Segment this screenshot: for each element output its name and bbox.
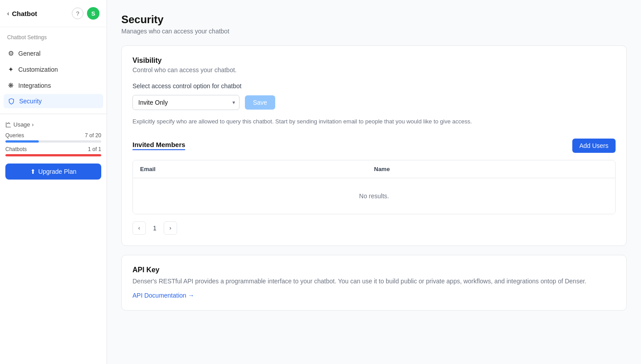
api-key-card: API Key Denser's RESTful API provides a …	[121, 255, 627, 311]
shield-icon	[8, 98, 15, 105]
page-title: Security	[121, 13, 627, 26]
members-table: Email Name No results.	[132, 160, 616, 214]
sidebar-item-general[interactable]: ⚙ General	[4, 46, 103, 61]
sidebar: ‹ Chatbot ? S Chatbot Settings ⚙ General…	[0, 0, 107, 364]
table-header-email: Email	[140, 166, 374, 172]
back-icon: ‹	[7, 10, 9, 17]
sidebar-item-label: Security	[19, 98, 42, 105]
customization-icon: ✦	[8, 65, 14, 74]
queries-bar-fill	[5, 140, 39, 143]
access-control-row: Invite Only Public Private ▾ Save	[132, 95, 616, 110]
table-header-name: Name	[374, 166, 608, 172]
chatbots-label: Chatbots	[5, 146, 27, 152]
upgrade-icon: ⬆	[30, 168, 36, 175]
sidebar-item-label: General	[18, 50, 41, 57]
chatbots-bar-fill	[5, 154, 101, 156]
sidebar-header-icons: ? S	[72, 7, 99, 20]
sidebar-nav: ⚙ General ✦ Customization ❋ Integrations…	[0, 44, 107, 110]
avatar[interactable]: S	[87, 7, 99, 20]
pagination: ‹ 1 ›	[132, 221, 616, 235]
help-button[interactable]: ?	[72, 8, 83, 19]
sidebar-title: Chatbot	[12, 10, 37, 17]
upgrade-section: ⬆ Upgrade Plan	[0, 164, 107, 187]
invited-members-header: Invited Members Add Users	[132, 139, 616, 153]
chatbots-usage-row: Chatbots 1 of 1	[5, 146, 101, 156]
queries-label: Queries	[5, 132, 24, 139]
sidebar-divider	[0, 114, 107, 114]
page-subtitle: Manages who can access your chatbot	[121, 28, 627, 35]
add-users-button[interactable]: Add Users	[572, 139, 616, 153]
gear-icon: ⚙	[8, 49, 14, 57]
usage-section: Usage › Queries 7 of 20 Chatbots 1 of 1	[0, 118, 107, 164]
visibility-card: Visibility Control who can access your c…	[121, 45, 627, 246]
visibility-title: Visibility	[132, 57, 616, 65]
api-doc-link[interactable]: API Documentation →	[132, 292, 194, 299]
sidebar-item-label: Customization	[18, 66, 58, 73]
sidebar-item-customization[interactable]: ✦ Customization	[4, 62, 103, 77]
queries-usage-row: Queries 7 of 20	[5, 132, 101, 143]
chatbots-bar-track	[5, 154, 101, 156]
main-content: Security Manages who can access your cha…	[107, 0, 641, 364]
pagination-prev-button[interactable]: ‹	[132, 221, 146, 235]
back-button[interactable]: ‹ Chatbot	[7, 10, 37, 17]
queries-bar-track	[5, 140, 101, 143]
save-button[interactable]: Save	[245, 95, 275, 110]
sidebar-header: ‹ Chatbot ? S	[0, 0, 107, 27]
pagination-next-button[interactable]: ›	[164, 221, 177, 235]
invited-members-title: Invited Members	[132, 141, 185, 150]
visibility-subtitle: Control who can access your chatbot.	[132, 66, 616, 74]
api-key-title: API Key	[132, 266, 616, 274]
sidebar-item-security[interactable]: Security	[4, 94, 103, 108]
access-control-label: Select access control option for chatbot	[132, 82, 616, 90]
table-body: No results.	[133, 178, 615, 214]
settings-section-label: Chatbot Settings	[0, 27, 107, 44]
usage-title[interactable]: Usage ›	[5, 121, 101, 128]
queries-count: 7 of 20	[85, 132, 101, 139]
table-header: Email Name	[133, 160, 615, 178]
chatbots-count: 1 of 1	[88, 146, 101, 152]
access-select-wrapper: Invite Only Public Private ▾	[132, 95, 240, 110]
usage-icon	[5, 122, 12, 128]
sidebar-item-integrations[interactable]: ❋ Integrations	[4, 78, 103, 93]
api-key-description: Denser's RESTful API provides a programm…	[132, 277, 616, 286]
help-icon: ?	[76, 10, 79, 17]
access-description: Explicitly specify who are allowed to qu…	[132, 117, 616, 126]
no-results-label: No results.	[345, 178, 403, 214]
pagination-current-page: 1	[149, 225, 160, 232]
sidebar-item-label: Integrations	[18, 82, 51, 89]
upgrade-button[interactable]: ⬆ Upgrade Plan	[5, 164, 101, 180]
integrations-icon: ❋	[8, 82, 14, 90]
access-select[interactable]: Invite Only Public Private	[132, 95, 240, 110]
